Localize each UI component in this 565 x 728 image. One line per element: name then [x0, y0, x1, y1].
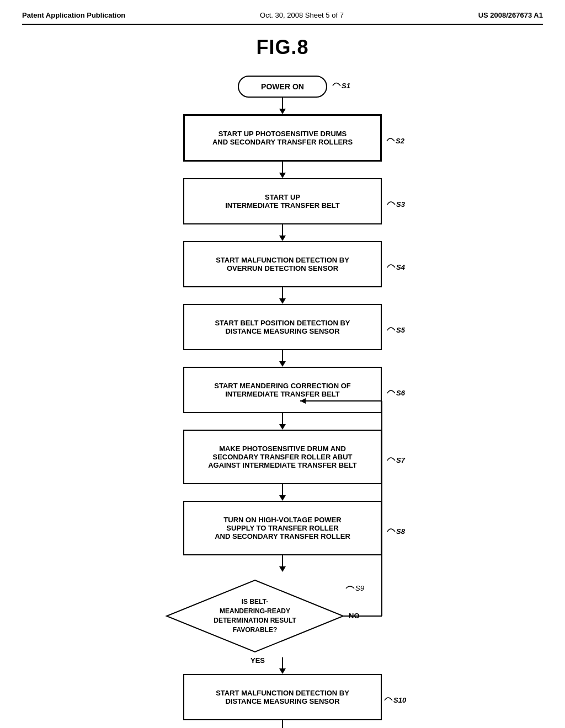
header-patent-number: US 2008/267673 A1 [478, 11, 543, 19]
step-s3-wrapper: START UP INTERMEDIATE TRANSFER BELT S3 [183, 178, 382, 224]
svg-text:YES: YES [250, 656, 265, 665]
step-s7: MAKE PHOTOSENSITIVE DRUM AND SECONDARY T… [183, 430, 382, 484]
step-s2-number: S2 [386, 127, 408, 148]
svg-text:S10: S10 [393, 696, 407, 704]
svg-text:S2: S2 [396, 137, 405, 145]
svg-text:S7: S7 [396, 456, 406, 464]
arrow-s5-s6 [279, 350, 286, 367]
step-s9-diamond-svg: S9 NO YES [145, 572, 420, 660]
flowchart: POWER ON S1 START UP PHOTOSENSITIVE DRUM… [22, 76, 543, 728]
svg-marker-8 [167, 580, 343, 652]
step-s7-number: S7 [386, 447, 408, 468]
step-s8-wrapper: TURN ON HIGH-VOLTAGE POWER SUPPLY TO TRA… [183, 501, 382, 555]
step-s7-label: MAKE PHOTOSENSITIVE DRUM AND SECONDARY T… [208, 445, 357, 469]
step-s2-label: START UP PHOTOSENSITIVE DRUMS AND SECOND… [212, 130, 353, 146]
step-s2-wrapper: START UP PHOTOSENSITIVE DRUMS AND SECOND… [183, 114, 382, 162]
step-s2: START UP PHOTOSENSITIVE DRUMS AND SECOND… [183, 114, 382, 162]
svg-text:S5: S5 [396, 326, 406, 334]
header-publication: Patent Application Publication [22, 11, 125, 19]
step-s10-wrapper: START MALFUNCTION DETECTION BY DISTANCE … [183, 674, 382, 720]
arrow-s6-s7 [279, 413, 286, 430]
step-s1: POWER ON S1 [238, 76, 327, 98]
step-s3: START UP INTERMEDIATE TRANSFER BELT S3 [183, 178, 382, 224]
arrow-s10-s11 [279, 720, 286, 728]
step-s6: START MEANDERING CORRECTION OF INTERMEDI… [183, 367, 382, 413]
svg-text:S1: S1 [342, 82, 350, 90]
step-s4-wrapper: START MALFUNCTION DETECTION BY OVERRUN D… [183, 241, 382, 287]
step-s1-number: S1 [332, 81, 354, 93]
step-s5-wrapper: START BELT POSITION DETECTION BY DISTANC… [183, 304, 382, 350]
svg-text:S8: S8 [396, 527, 406, 536]
step-s7-wrapper: MAKE PHOTOSENSITIVE DRUM AND SECONDARY T… [183, 430, 382, 484]
arrow-s9-s10 [279, 657, 286, 674]
step-s5: START BELT POSITION DETECTION BY DISTANC… [183, 304, 382, 350]
svg-text:S6: S6 [396, 389, 406, 397]
step-s4-label: START MALFUNCTION DETECTION BY OVERRUN D… [216, 256, 349, 272]
header-date-sheet: Oct. 30, 2008 Sheet 5 of 7 [260, 11, 344, 19]
step-s6-wrapper: START MEANDERING CORRECTION OF INTERMEDI… [183, 367, 382, 413]
page: Patent Application Publication Oct. 30, … [0, 0, 565, 728]
step-s6-label: START MEANDERING CORRECTION OF INTERMEDI… [214, 382, 350, 398]
step-s9-section: S9 NO YES IS BELT-MEANDERING-READYDETERM… [145, 572, 420, 660]
step-s10-label: START MALFUNCTION DETECTION BY DISTANCE … [216, 689, 349, 705]
step-s4: START MALFUNCTION DETECTION BY OVERRUN D… [183, 241, 382, 287]
step-s10: START MALFUNCTION DETECTION BY DISTANCE … [183, 674, 382, 720]
arrow-s4-s5 [279, 287, 286, 304]
arrow-s2-s3 [279, 162, 286, 178]
arrow-s7-s8 [279, 484, 286, 501]
svg-text:S4: S4 [396, 263, 406, 271]
step-s4-number: S4 [386, 254, 408, 275]
arrow-s3-s4 [279, 224, 286, 241]
step-s6-number: S6 [386, 379, 408, 400]
arrow-s1-s2 [279, 98, 286, 114]
step-s3-label: START UP INTERMEDIATE TRANSFER BELT [225, 193, 340, 210]
page-header: Patent Application Publication Oct. 30, … [22, 11, 543, 25]
step-s8-number: S8 [386, 518, 408, 539]
step-s10-number: S10 [383, 687, 408, 708]
step-s8-label: TURN ON HIGH-VOLTAGE POWER SUPPLY TO TRA… [215, 516, 350, 540]
figure-title: FIG.8 [22, 36, 543, 59]
step-s1-label: POWER ON [261, 82, 304, 91]
step-s5-label: START BELT POSITION DETECTION BY DISTANC… [215, 319, 350, 335]
svg-text:S3: S3 [396, 200, 406, 208]
step-s1-wrapper: POWER ON S1 [238, 76, 327, 98]
step-s3-number: S3 [386, 191, 408, 212]
svg-text:S9: S9 [355, 584, 364, 592]
arrow-s8-s9 [279, 555, 286, 572]
step-s8: TURN ON HIGH-VOLTAGE POWER SUPPLY TO TRA… [183, 501, 382, 555]
step-s5-number: S5 [386, 317, 408, 338]
